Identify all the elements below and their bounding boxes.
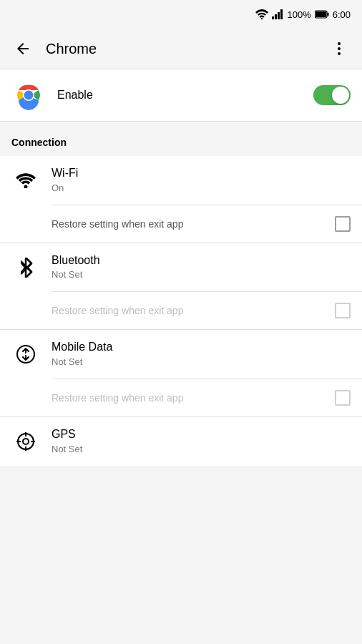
wifi-icon <box>16 172 36 188</box>
gps-setting-text: GPS Not Set <box>52 427 351 456</box>
enable-row: Enable <box>0 69 362 121</box>
bluetooth-restore-checkbox[interactable] <box>335 303 351 318</box>
more-icon <box>331 40 348 57</box>
bluetooth-restore-label: Restore setting when exit app <box>52 305 335 316</box>
back-button[interactable] <box>6 31 40 66</box>
gps-icon-container <box>11 431 40 452</box>
gps-title: GPS <box>52 427 351 442</box>
svg-point-0 <box>261 18 263 19</box>
battery-text: 100% <box>287 9 310 20</box>
wifi-subtitle: On <box>52 182 351 195</box>
wifi-title: Wi-Fi <box>52 166 351 181</box>
top-bar: Chrome <box>0 29 362 69</box>
bluetooth-subtitle: Not Set <box>52 269 351 281</box>
svg-rect-2 <box>275 14 277 19</box>
gps-subtitle: Not Set <box>52 444 351 456</box>
wifi-setting-text: Wi-Fi On <box>52 166 351 195</box>
svg-rect-3 <box>278 12 280 19</box>
bluetooth-icon <box>17 258 34 278</box>
battery-icon <box>315 10 329 19</box>
bluetooth-restore-row[interactable]: Restore setting when exit app <box>0 292 362 329</box>
svg-point-13 <box>24 91 34 100</box>
mobile-data-setting-item[interactable]: Mobile Data Not Set <box>0 330 362 379</box>
mobile-data-title: Mobile Data <box>52 340 351 355</box>
bluetooth-icon-container <box>11 258 40 278</box>
bluetooth-title: Bluetooth <box>52 253 351 268</box>
gps-setting-item[interactable]: GPS Not Set <box>0 417 362 466</box>
signal-icon <box>272 9 283 19</box>
toggle-thumb <box>332 87 349 104</box>
mobile-data-restore-label: Restore setting when exit app <box>52 392 335 404</box>
chrome-logo <box>11 78 46 112</box>
gps-icon <box>16 431 36 452</box>
svg-point-9 <box>338 47 341 50</box>
svg-point-8 <box>338 42 341 45</box>
connection-header-text: Connection <box>11 137 67 148</box>
mobile-data-icon <box>16 344 36 364</box>
svg-point-17 <box>23 439 29 444</box>
mobile-data-restore-checkbox[interactable] <box>335 390 351 406</box>
wifi-restore-checkbox[interactable] <box>335 216 351 232</box>
status-bar: 100% 6:00 <box>0 0 362 29</box>
svg-point-10 <box>338 52 341 55</box>
connection-settings-group: Wi-Fi On Restore setting when exit app B… <box>0 156 362 466</box>
bluetooth-setting-item[interactable]: Bluetooth Not Set <box>0 243 362 292</box>
mobile-data-setting-text: Mobile Data Not Set <box>52 340 351 369</box>
svg-rect-6 <box>327 13 328 16</box>
more-options-button[interactable] <box>322 31 356 66</box>
wifi-restore-row[interactable]: Restore setting when exit app <box>0 205 362 243</box>
wifi-icon-container <box>11 172 40 188</box>
mobile-data-icon-container <box>11 344 40 364</box>
wifi-setting-item[interactable]: Wi-Fi On <box>0 156 362 205</box>
status-icons: 100% 6:00 <box>255 9 351 20</box>
wifi-restore-label: Restore setting when exit app <box>52 218 335 230</box>
time-text: 6:00 <box>333 9 351 20</box>
svg-rect-4 <box>280 9 283 19</box>
mobile-data-subtitle: Not Set <box>52 356 351 369</box>
page-title: Chrome <box>46 41 322 57</box>
wifi-status-icon <box>255 9 268 19</box>
svg-rect-1 <box>272 16 274 19</box>
enable-toggle[interactable] <box>313 85 351 105</box>
back-icon <box>14 40 31 57</box>
svg-rect-7 <box>315 11 326 17</box>
bluetooth-setting-text: Bluetooth Not Set <box>52 253 351 282</box>
svg-point-14 <box>24 185 28 188</box>
mobile-data-restore-row[interactable]: Restore setting when exit app <box>0 379 362 416</box>
connection-section-header: Connection <box>0 122 362 156</box>
enable-label: Enable <box>57 89 313 102</box>
